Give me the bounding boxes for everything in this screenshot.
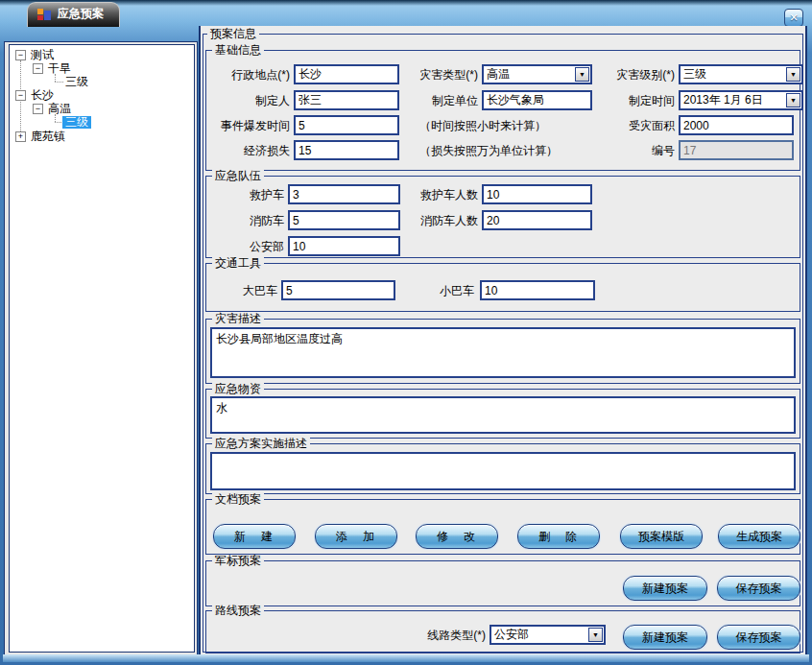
admin-location-input[interactable] — [294, 64, 399, 84]
firetruck-crew-input[interactable] — [482, 210, 592, 230]
firetruck-crew-label: 消防车人数 — [394, 214, 478, 227]
admin-location-label: 行政地点(*) — [202, 68, 290, 82]
chevron-down-icon: ▼ — [579, 71, 585, 78]
serial-number-label: 编号 — [590, 144, 675, 157]
supplies-group-label: 应急物资 — [212, 383, 264, 395]
tree-guide — [55, 74, 56, 82]
tree-guide — [55, 82, 63, 83]
chevron-down-icon: ▼ — [790, 97, 797, 104]
supplies-textarea[interactable]: 水 — [210, 396, 796, 434]
outbreak-time-hint: （时间按照小时来计算） — [419, 119, 546, 132]
disaster-desc-group-label: 灾害描述 — [212, 313, 264, 325]
economic-loss-input[interactable] — [294, 140, 399, 160]
tree-node-level3-selected[interactable]: 三级 — [62, 116, 91, 129]
ambulance-crew-input[interactable] — [482, 184, 592, 204]
tree-expander-minus-icon[interactable]: − — [15, 90, 26, 101]
disaster-level-dropdown-button[interactable]: ▼ — [786, 67, 800, 82]
serial-number-input — [679, 140, 794, 160]
economic-loss-label: 经济损失 — [202, 144, 290, 157]
impl-desc-textarea[interactable] — [210, 452, 796, 490]
modify-button[interactable]: 修 改 — [416, 524, 498, 549]
route-plan-group-label: 路线预案 — [212, 605, 264, 617]
create-unit-label: 制定单位 — [394, 94, 478, 107]
military-plan-groupbox — [205, 560, 800, 606]
disaster-desc-textarea[interactable]: 长沙县局部地区温度过高 — [210, 327, 796, 378]
tree-node-level3[interactable]: 三级 — [65, 76, 88, 88]
window-bottom-edge — [3, 654, 809, 662]
firetruck-input[interactable] — [288, 210, 400, 230]
plan-info-group-label: 预案信息 — [207, 28, 259, 40]
emergency-plan-window: 应急预案 ✕ − 测试 − 干旱 三级 − 长沙 − 高温 三级 + 鹿苑镇 预… — [0, 0, 812, 665]
create-time-value: 2013年 1月 6日 — [683, 93, 763, 107]
tree-node-high-temp[interactable]: 高温 — [48, 103, 71, 115]
tree-expander-plus-icon[interactable]: + — [15, 131, 26, 142]
route-type-label: 线路类型(*) — [401, 629, 486, 642]
tree-node-changsha[interactable]: 长沙 — [31, 89, 54, 102]
economic-loss-hint: （损失按照万为单位计算） — [419, 144, 558, 157]
disaster-type-label: 灾害类型(*) — [394, 68, 478, 82]
military-save-plan-button[interactable]: 保存预案 — [717, 576, 800, 601]
chevron-down-icon: ▼ — [790, 71, 797, 78]
bus-label: 大巴车 — [197, 284, 277, 297]
app-window-icon — [37, 8, 51, 21]
route-type-combo[interactable]: 公安部 ▼ — [490, 625, 606, 645]
police-label: 公安部 — [202, 240, 284, 253]
affected-area-input[interactable] — [679, 115, 794, 135]
ambulance-crew-label: 救护车人数 — [394, 188, 478, 202]
ambulance-label: 救护车 — [202, 188, 284, 202]
ambulance-input[interactable] — [288, 184, 400, 204]
create-time-datepicker[interactable]: 2013年 1月 6日 ▼ — [679, 90, 803, 110]
tree-expander-minus-icon[interactable]: − — [33, 63, 43, 74]
route-type-value: 公安部 — [494, 628, 529, 642]
firetruck-label: 消防车 — [202, 214, 284, 227]
bus-input[interactable] — [281, 280, 395, 300]
doc-plan-groupbox — [205, 499, 800, 555]
military-new-plan-button[interactable]: 新建预案 — [623, 576, 707, 601]
disaster-level-combo[interactable]: 三级 ▼ — [679, 64, 803, 84]
tab-emergency-plan[interactable]: 应急预案 — [27, 2, 120, 27]
tree-node-test[interactable]: 测试 — [31, 49, 54, 61]
transport-group-label: 交通工具 — [212, 257, 264, 270]
disaster-level-label: 灾害级别(*) — [590, 68, 675, 82]
route-new-plan-button[interactable]: 新建预案 — [623, 625, 707, 650]
plan-template-button[interactable]: 预案模版 — [620, 524, 703, 549]
close-icon: ✕ — [789, 12, 798, 24]
chevron-down-icon: ▼ — [592, 631, 599, 638]
outbreak-time-input[interactable] — [294, 115, 399, 135]
tree-expander-minus-icon[interactable]: − — [15, 50, 26, 60]
new-button[interactable]: 新 建 — [213, 524, 296, 549]
create-unit-input[interactable] — [482, 90, 592, 110]
affected-area-label: 受灾面积 — [590, 119, 675, 132]
create-time-label: 制定时间 — [590, 94, 675, 107]
emergency-teams-group-label: 应急队伍 — [212, 170, 264, 182]
military-plan-group-label: 军标预案 — [212, 555, 264, 567]
disaster-type-dropdown-button[interactable]: ▼ — [575, 67, 589, 82]
generate-plan-button[interactable]: 生成预案 — [718, 524, 800, 549]
creator-label: 制定人 — [202, 94, 290, 107]
doc-plan-group-label: 文档预案 — [212, 493, 264, 506]
tree-guide — [55, 114, 56, 122]
tree-expander-minus-icon[interactable]: − — [33, 104, 43, 114]
impl-desc-group-label: 应急方案实施描述 — [212, 438, 310, 450]
creator-input[interactable] — [294, 90, 399, 110]
route-save-plan-button[interactable]: 保存预案 — [717, 625, 800, 650]
tree-node-luyuan-town[interactable]: 鹿苑镇 — [31, 131, 65, 143]
disaster-type-value: 高温 — [487, 67, 510, 82]
route-type-dropdown-button[interactable]: ▼ — [588, 628, 603, 642]
tree-node-drought[interactable]: 干旱 — [48, 62, 71, 75]
tab-title: 应急预案 — [58, 6, 104, 22]
basic-info-group-label: 基础信息 — [212, 44, 264, 57]
close-button[interactable]: ✕ — [784, 9, 803, 27]
police-input[interactable] — [288, 236, 400, 256]
add-button[interactable]: 添 加 — [315, 524, 397, 549]
create-time-dropdown-button[interactable]: ▼ — [786, 93, 800, 107]
disaster-level-value: 三级 — [683, 67, 706, 82]
minibus-label: 小巴车 — [394, 284, 474, 297]
outbreak-time-label: 事件爆发时间 — [197, 119, 290, 132]
delete-button[interactable]: 删 除 — [517, 524, 600, 549]
minibus-input[interactable] — [480, 280, 595, 300]
disaster-type-combo[interactable]: 高温 ▼ — [482, 64, 592, 84]
